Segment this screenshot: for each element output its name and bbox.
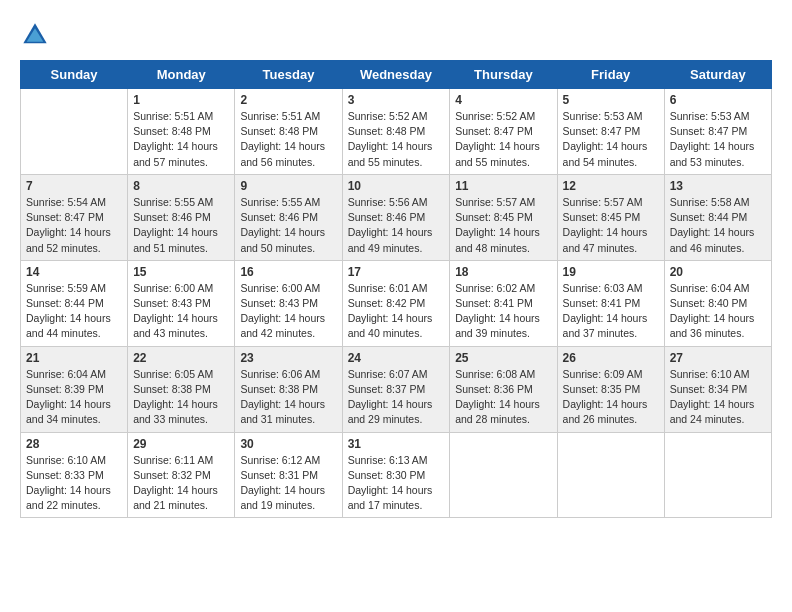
day-number: 2	[240, 93, 336, 107]
weekday-header: Sunday	[21, 61, 128, 89]
day-info: Sunrise: 5:54 AM Sunset: 8:47 PM Dayligh…	[26, 195, 122, 256]
day-info: Sunrise: 5:52 AM Sunset: 8:47 PM Dayligh…	[455, 109, 551, 170]
calendar-cell: 24Sunrise: 6:07 AM Sunset: 8:37 PM Dayli…	[342, 346, 450, 432]
calendar-cell: 29Sunrise: 6:11 AM Sunset: 8:32 PM Dayli…	[128, 432, 235, 518]
day-number: 30	[240, 437, 336, 451]
weekday-header: Wednesday	[342, 61, 450, 89]
logo	[20, 20, 56, 50]
day-info: Sunrise: 6:06 AM Sunset: 8:38 PM Dayligh…	[240, 367, 336, 428]
calendar-cell: 9Sunrise: 5:55 AM Sunset: 8:46 PM Daylig…	[235, 174, 342, 260]
day-number: 25	[455, 351, 551, 365]
calendar-cell: 30Sunrise: 6:12 AM Sunset: 8:31 PM Dayli…	[235, 432, 342, 518]
day-info: Sunrise: 5:51 AM Sunset: 8:48 PM Dayligh…	[133, 109, 229, 170]
day-info: Sunrise: 5:53 AM Sunset: 8:47 PM Dayligh…	[563, 109, 659, 170]
calendar-cell: 23Sunrise: 6:06 AM Sunset: 8:38 PM Dayli…	[235, 346, 342, 432]
day-info: Sunrise: 6:12 AM Sunset: 8:31 PM Dayligh…	[240, 453, 336, 514]
day-number: 1	[133, 93, 229, 107]
day-info: Sunrise: 6:10 AM Sunset: 8:34 PM Dayligh…	[670, 367, 766, 428]
day-info: Sunrise: 5:52 AM Sunset: 8:48 PM Dayligh…	[348, 109, 445, 170]
calendar-cell: 14Sunrise: 5:59 AM Sunset: 8:44 PM Dayli…	[21, 260, 128, 346]
calendar-cell: 25Sunrise: 6:08 AM Sunset: 8:36 PM Dayli…	[450, 346, 557, 432]
day-number: 13	[670, 179, 766, 193]
calendar-week-row: 7Sunrise: 5:54 AM Sunset: 8:47 PM Daylig…	[21, 174, 772, 260]
day-number: 17	[348, 265, 445, 279]
day-info: Sunrise: 6:00 AM Sunset: 8:43 PM Dayligh…	[240, 281, 336, 342]
calendar-cell: 4Sunrise: 5:52 AM Sunset: 8:47 PM Daylig…	[450, 89, 557, 175]
calendar-cell: 27Sunrise: 6:10 AM Sunset: 8:34 PM Dayli…	[664, 346, 771, 432]
calendar-cell	[664, 432, 771, 518]
calendar-cell: 31Sunrise: 6:13 AM Sunset: 8:30 PM Dayli…	[342, 432, 450, 518]
logo-icon	[20, 20, 50, 50]
calendar-cell: 22Sunrise: 6:05 AM Sunset: 8:38 PM Dayli…	[128, 346, 235, 432]
day-info: Sunrise: 6:13 AM Sunset: 8:30 PM Dayligh…	[348, 453, 445, 514]
weekday-header: Tuesday	[235, 61, 342, 89]
day-info: Sunrise: 5:57 AM Sunset: 8:45 PM Dayligh…	[455, 195, 551, 256]
page-header	[20, 20, 772, 50]
day-info: Sunrise: 5:56 AM Sunset: 8:46 PM Dayligh…	[348, 195, 445, 256]
day-number: 4	[455, 93, 551, 107]
day-info: Sunrise: 6:02 AM Sunset: 8:41 PM Dayligh…	[455, 281, 551, 342]
day-info: Sunrise: 5:55 AM Sunset: 8:46 PM Dayligh…	[240, 195, 336, 256]
day-number: 6	[670, 93, 766, 107]
day-info: Sunrise: 6:09 AM Sunset: 8:35 PM Dayligh…	[563, 367, 659, 428]
calendar-cell: 16Sunrise: 6:00 AM Sunset: 8:43 PM Dayli…	[235, 260, 342, 346]
calendar-week-row: 21Sunrise: 6:04 AM Sunset: 8:39 PM Dayli…	[21, 346, 772, 432]
calendar-cell: 21Sunrise: 6:04 AM Sunset: 8:39 PM Dayli…	[21, 346, 128, 432]
day-info: Sunrise: 6:04 AM Sunset: 8:39 PM Dayligh…	[26, 367, 122, 428]
day-number: 27	[670, 351, 766, 365]
day-number: 9	[240, 179, 336, 193]
day-number: 3	[348, 93, 445, 107]
calendar-cell: 5Sunrise: 5:53 AM Sunset: 8:47 PM Daylig…	[557, 89, 664, 175]
day-number: 24	[348, 351, 445, 365]
day-number: 23	[240, 351, 336, 365]
weekday-header: Monday	[128, 61, 235, 89]
day-number: 15	[133, 265, 229, 279]
day-info: Sunrise: 6:08 AM Sunset: 8:36 PM Dayligh…	[455, 367, 551, 428]
day-number: 8	[133, 179, 229, 193]
day-info: Sunrise: 5:57 AM Sunset: 8:45 PM Dayligh…	[563, 195, 659, 256]
calendar-cell	[450, 432, 557, 518]
day-info: Sunrise: 6:11 AM Sunset: 8:32 PM Dayligh…	[133, 453, 229, 514]
day-info: Sunrise: 5:51 AM Sunset: 8:48 PM Dayligh…	[240, 109, 336, 170]
day-number: 19	[563, 265, 659, 279]
day-number: 5	[563, 93, 659, 107]
weekday-header: Friday	[557, 61, 664, 89]
day-number: 16	[240, 265, 336, 279]
calendar-cell: 28Sunrise: 6:10 AM Sunset: 8:33 PM Dayli…	[21, 432, 128, 518]
day-info: Sunrise: 6:07 AM Sunset: 8:37 PM Dayligh…	[348, 367, 445, 428]
calendar-cell: 6Sunrise: 5:53 AM Sunset: 8:47 PM Daylig…	[664, 89, 771, 175]
day-info: Sunrise: 6:01 AM Sunset: 8:42 PM Dayligh…	[348, 281, 445, 342]
calendar-cell: 13Sunrise: 5:58 AM Sunset: 8:44 PM Dayli…	[664, 174, 771, 260]
day-info: Sunrise: 5:58 AM Sunset: 8:44 PM Dayligh…	[670, 195, 766, 256]
day-number: 12	[563, 179, 659, 193]
calendar-cell: 26Sunrise: 6:09 AM Sunset: 8:35 PM Dayli…	[557, 346, 664, 432]
day-info: Sunrise: 6:03 AM Sunset: 8:41 PM Dayligh…	[563, 281, 659, 342]
weekday-header: Thursday	[450, 61, 557, 89]
calendar-cell: 10Sunrise: 5:56 AM Sunset: 8:46 PM Dayli…	[342, 174, 450, 260]
day-number: 18	[455, 265, 551, 279]
day-number: 20	[670, 265, 766, 279]
calendar-cell: 18Sunrise: 6:02 AM Sunset: 8:41 PM Dayli…	[450, 260, 557, 346]
calendar-week-row: 28Sunrise: 6:10 AM Sunset: 8:33 PM Dayli…	[21, 432, 772, 518]
calendar-cell: 8Sunrise: 5:55 AM Sunset: 8:46 PM Daylig…	[128, 174, 235, 260]
calendar-cell: 7Sunrise: 5:54 AM Sunset: 8:47 PM Daylig…	[21, 174, 128, 260]
day-info: Sunrise: 5:55 AM Sunset: 8:46 PM Dayligh…	[133, 195, 229, 256]
day-number: 28	[26, 437, 122, 451]
day-number: 31	[348, 437, 445, 451]
day-number: 14	[26, 265, 122, 279]
calendar-cell: 2Sunrise: 5:51 AM Sunset: 8:48 PM Daylig…	[235, 89, 342, 175]
day-number: 10	[348, 179, 445, 193]
calendar-cell: 12Sunrise: 5:57 AM Sunset: 8:45 PM Dayli…	[557, 174, 664, 260]
calendar-cell: 20Sunrise: 6:04 AM Sunset: 8:40 PM Dayli…	[664, 260, 771, 346]
day-info: Sunrise: 6:04 AM Sunset: 8:40 PM Dayligh…	[670, 281, 766, 342]
calendar-cell: 3Sunrise: 5:52 AM Sunset: 8:48 PM Daylig…	[342, 89, 450, 175]
day-info: Sunrise: 6:10 AM Sunset: 8:33 PM Dayligh…	[26, 453, 122, 514]
day-number: 26	[563, 351, 659, 365]
calendar-cell	[557, 432, 664, 518]
day-number: 21	[26, 351, 122, 365]
day-info: Sunrise: 6:00 AM Sunset: 8:43 PM Dayligh…	[133, 281, 229, 342]
calendar-cell: 15Sunrise: 6:00 AM Sunset: 8:43 PM Dayli…	[128, 260, 235, 346]
calendar-cell: 1Sunrise: 5:51 AM Sunset: 8:48 PM Daylig…	[128, 89, 235, 175]
weekday-header: Saturday	[664, 61, 771, 89]
day-number: 7	[26, 179, 122, 193]
